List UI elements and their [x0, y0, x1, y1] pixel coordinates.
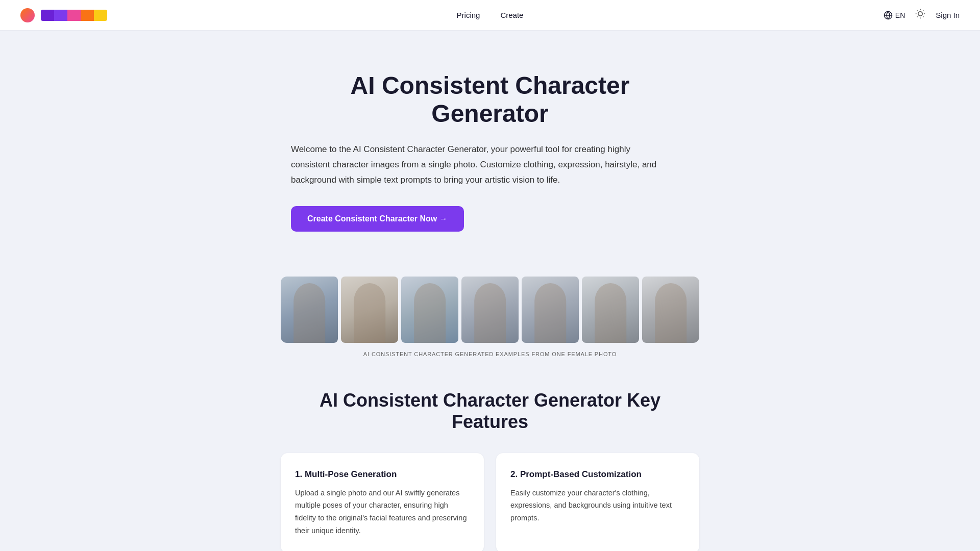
logo-icon	[20, 8, 35, 22]
navbar-right: EN Sign In	[884, 9, 960, 21]
nav-pricing[interactable]: Pricing	[457, 11, 480, 19]
navbar: Pricing Create EN Sign	[0, 0, 980, 31]
hero-section: AI Consistent Character Generator Welcom…	[271, 31, 709, 252]
gallery-caption: AI CONSISTENT CHARACTER GENERATED EXAMPL…	[281, 351, 699, 357]
svg-line-9	[917, 16, 918, 17]
gallery-image-1	[281, 277, 338, 343]
sign-in-button[interactable]: Sign In	[936, 11, 960, 19]
gallery-image-7	[642, 277, 699, 343]
feature-card-2: 2. Prompt-Based Customization Easily cus…	[496, 453, 699, 551]
nav-links: Pricing Create	[457, 11, 524, 19]
features-section: AI Consistent Character Generator Key Fe…	[260, 390, 720, 551]
gallery-strip	[281, 277, 699, 343]
sun-icon	[915, 9, 925, 19]
svg-line-10	[923, 11, 924, 11]
svg-line-6	[923, 16, 924, 17]
feature-card-1: 1. Multi-Pose Generation Upload a single…	[281, 453, 484, 551]
gallery-section: AI CONSISTENT CHARACTER GENERATED EXAMPL…	[260, 277, 720, 357]
feature-card-2-desc: Easily customize your character's clothi…	[510, 487, 685, 524]
svg-point-2	[918, 12, 922, 16]
logo-area	[20, 8, 107, 22]
gallery-image-3	[401, 277, 458, 343]
language-button[interactable]: EN	[884, 11, 905, 20]
lang-label: EN	[895, 11, 905, 19]
feature-card-2-title: 2. Prompt-Based Customization	[510, 469, 685, 480]
globe-icon	[884, 11, 893, 20]
hero-title: AI Consistent Character Generator	[291, 71, 689, 128]
svg-line-5	[917, 11, 918, 11]
features-title: AI Consistent Character Generator Key Fe…	[281, 390, 699, 433]
gallery-image-2	[341, 277, 398, 343]
gallery-image-4	[461, 277, 519, 343]
gallery-image-5	[522, 277, 579, 343]
cta-button[interactable]: Create Consistent Character Now →	[291, 206, 464, 232]
theme-toggle-button[interactable]	[915, 9, 925, 21]
nav-create[interactable]: Create	[500, 11, 523, 19]
features-grid: 1. Multi-Pose Generation Upload a single…	[281, 453, 699, 551]
gallery-image-6	[582, 277, 639, 343]
feature-card-1-title: 1. Multi-Pose Generation	[295, 469, 470, 480]
hero-description: Welcome to the AI Consistent Character G…	[291, 142, 669, 187]
feature-card-1-desc: Upload a single photo and our AI swiftly…	[295, 487, 470, 537]
logo-color-bar	[41, 10, 107, 21]
